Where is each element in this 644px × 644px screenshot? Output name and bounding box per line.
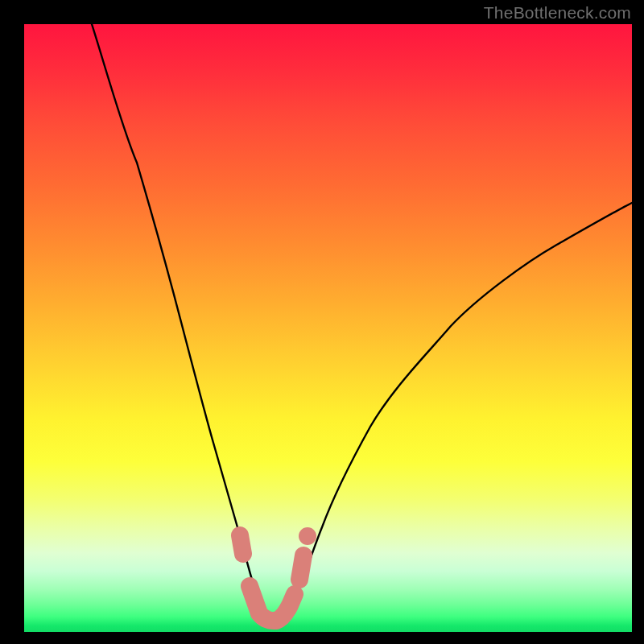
curve-right-branch [272, 203, 632, 621]
watermark-text: TheBottleneck.com [484, 3, 631, 23]
plot-area [24, 24, 632, 632]
curve-layer [24, 24, 632, 632]
trough-markers [240, 535, 308, 621]
chart-frame: TheBottleneck.com [0, 0, 644, 644]
